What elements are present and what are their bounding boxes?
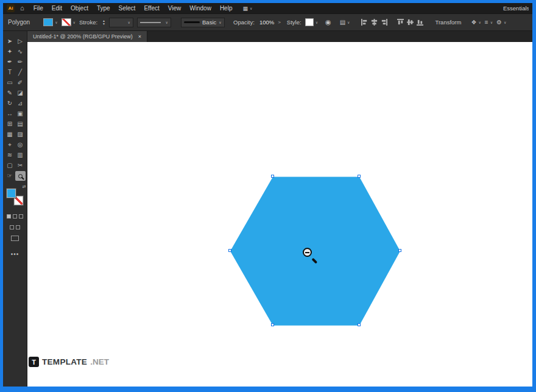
style-label: Style: — [287, 19, 302, 26]
tool-pen[interactable]: ✒ — [5, 57, 15, 67]
active-object-label: Polygon — [8, 19, 30, 26]
tool-direct-selection[interactable]: ▷ — [15, 37, 26, 46]
menu-file[interactable]: File — [29, 5, 48, 12]
tool-rotate[interactable]: ↻ — [5, 99, 15, 108]
stroke-weight-combo[interactable]: ∨ — [109, 18, 133, 27]
tool-mesh[interactable]: ▦ — [5, 130, 15, 139]
menu-view[interactable]: View — [164, 5, 186, 12]
stepper-down-icon[interactable]: ▼ — [102, 23, 105, 26]
chevron-down-icon: ∨ — [250, 7, 252, 10]
menu-select[interactable]: Select — [115, 5, 140, 12]
anchor-point[interactable] — [358, 323, 361, 326]
shape-options-control[interactable]: ❖ ∨ — [471, 19, 481, 26]
tool-scale[interactable]: ⊿ — [15, 99, 26, 108]
anchor-point[interactable] — [271, 175, 274, 178]
magnifier-circle-icon — [303, 248, 312, 257]
gradient-button[interactable] — [16, 225, 20, 229]
tool-curvature[interactable]: ✏ — [15, 57, 26, 67]
tab-close-icon[interactable]: × — [138, 33, 141, 40]
illustrator-logo-icon[interactable]: Ai — [7, 4, 15, 12]
template-logo-icon: T — [29, 357, 39, 367]
fill-color-control[interactable]: ∨ — [43, 18, 57, 26]
anchor-point[interactable] — [398, 249, 401, 252]
screen-mode-button[interactable] — [11, 236, 19, 241]
menu-window[interactable]: Window — [185, 5, 216, 12]
draw-inside-button[interactable] — [19, 214, 23, 219]
tool-artboard[interactable]: ▢ — [5, 161, 15, 170]
stroke-color-control[interactable]: ∨ — [62, 18, 76, 26]
width-profile-combo[interactable]: ∨ — [137, 18, 171, 27]
align-right-icon[interactable] — [381, 19, 387, 26]
tool-eyedropper[interactable]: ⌖ — [5, 140, 15, 150]
tool-magic-wand[interactable]: ✦ — [5, 47, 15, 57]
style-swatch[interactable] — [305, 18, 314, 26]
align-left-icon[interactable] — [361, 19, 368, 26]
draw-mode-group — [7, 214, 23, 219]
tool-width[interactable]: ↔ — [5, 109, 15, 119]
swap-fill-stroke-icon[interactable]: ⇄ — [23, 184, 26, 189]
tool-paintbrush[interactable]: ✐ — [15, 78, 26, 88]
home-icon[interactable]: ⌂ — [20, 5, 24, 12]
align-middle-icon[interactable] — [407, 19, 414, 26]
fill-swatch[interactable] — [43, 18, 53, 26]
tool-hand[interactable]: ☞ — [5, 171, 15, 181]
tool-symbol-sprayer[interactable]: ≋ — [5, 150, 15, 160]
chevron-down-icon: ∨ — [166, 21, 168, 24]
select-similar-control[interactable]: ▤ ∨ — [340, 19, 350, 26]
transform-link[interactable]: Transform — [436, 19, 462, 26]
align-bottom-icon[interactable] — [417, 19, 423, 26]
recolor-artwork-icon[interactable]: ◉ — [325, 18, 331, 26]
edit-toolbar-button[interactable]: ••• — [11, 251, 19, 257]
tab-title: Untitled-1* @ 200% (RGB/GPU Preview) — [33, 33, 133, 40]
chevron-down-icon: ∨ — [316, 21, 318, 24]
arrange-control[interactable]: ≡ ∨ — [485, 19, 493, 26]
tool-line-segment[interactable]: ╱ — [15, 68, 26, 77]
draw-normal-button[interactable] — [7, 214, 11, 219]
tool-type[interactable]: T — [5, 68, 15, 77]
anchor-point[interactable] — [271, 323, 274, 326]
tool-zoom[interactable] — [15, 171, 26, 181]
tool-free-transform[interactable]: ▣ — [15, 109, 26, 119]
menu-object[interactable]: Object — [66, 5, 93, 12]
menu-help[interactable]: Help — [216, 5, 237, 12]
illustrator-app: Ai ⌂ FileEditObjectTypeSelectEffectViewW… — [3, 3, 532, 387]
tool-perspective-grid[interactable]: ▤ — [15, 119, 26, 129]
tool-blend[interactable]: ◎ — [15, 140, 26, 150]
stroke-weight-stepper[interactable]: ▲ ▼ — [102, 19, 105, 25]
tool-lasso[interactable]: ∿ — [15, 47, 26, 57]
brush-definition-combo[interactable]: Basic ∨ — [181, 18, 225, 27]
draw-behind-button[interactable] — [13, 214, 17, 219]
stroke-none-swatch[interactable] — [62, 18, 71, 26]
anchor-point[interactable] — [228, 249, 231, 252]
brush-name: Basic — [202, 19, 216, 26]
shape-options-icon: ❖ — [471, 19, 476, 26]
chevron-down-icon: ∨ — [347, 21, 350, 24]
tool-column-graph[interactable]: ▥ — [15, 150, 26, 160]
menu-effect[interactable]: Effect — [139, 5, 163, 12]
toolbar-fill-swatch[interactable] — [7, 189, 16, 198]
menu-edit[interactable]: Edit — [48, 5, 66, 12]
color-button[interactable] — [10, 225, 14, 229]
document-tab[interactable]: Untitled-1* @ 200% (RGB/GPU Preview) × — [27, 31, 147, 42]
anchor-point[interactable] — [358, 175, 361, 178]
zoom-out-cursor — [303, 248, 320, 265]
tool-rectangle[interactable]: ▭ — [5, 78, 15, 88]
window-frame: Ai ⌂ FileEditObjectTypeSelectEffectViewW… — [0, 0, 536, 392]
tool-eraser[interactable]: ◪ — [15, 88, 26, 98]
arrange-documents-button[interactable]: ▦ ∨ — [242, 5, 252, 12]
menu-type[interactable]: Type — [93, 5, 115, 12]
tool-selection[interactable]: ➤ — [5, 37, 15, 46]
align-top-icon[interactable] — [397, 19, 404, 26]
tool-gradient[interactable]: ▨ — [15, 130, 26, 139]
align-center-icon[interactable] — [371, 19, 378, 26]
workspace-switcher[interactable]: Essentials — [503, 5, 529, 12]
opacity-panel-chevron[interactable]: > — [278, 19, 281, 25]
chevron-down-icon: ∨ — [219, 21, 221, 24]
opacity-value[interactable]: 100% — [259, 19, 274, 26]
graphic-style-control[interactable]: ∨ — [305, 18, 318, 26]
tool-slice[interactable]: ✂ — [15, 161, 26, 170]
tool-shape-builder[interactable]: ⊞ — [5, 119, 15, 129]
tool-pencil[interactable]: ✎ — [5, 88, 15, 98]
more-options-control[interactable]: ⚙ ∨ — [496, 19, 506, 26]
canvas[interactable]: T TEMPLATE .NET — [27, 42, 532, 387]
